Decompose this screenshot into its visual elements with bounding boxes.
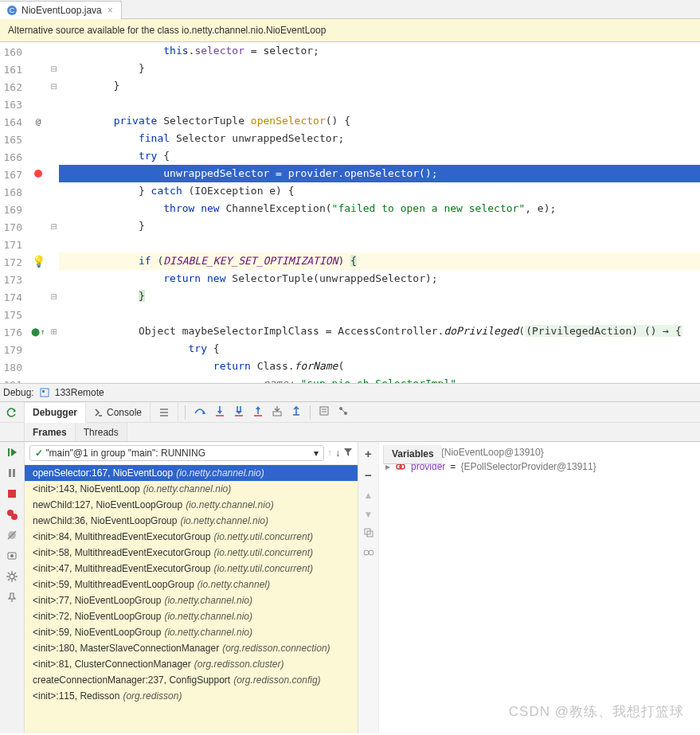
remove-watch-icon[interactable]: − [365,468,372,482]
fold-marker[interactable] [49,340,59,358]
editor-tab[interactable]: C NioEventLoop.java × [0,1,122,19]
code-line[interactable]: unwrappedSelector = provider.openSelecto… [59,165,700,182]
code-line[interactable]: return Class.forName( [59,358,700,375]
line-number[interactable]: 160 [2,44,22,61]
gutter-icon[interactable] [27,165,49,182]
settings-icon[interactable] [6,570,18,583]
code-line[interactable]: throw new ChannelException("failed to op… [59,200,700,217]
gutter-icon[interactable] [27,235,49,252]
run-icon[interactable]: ⬤↑ [31,327,45,336]
line-number[interactable]: 174 [2,289,22,307]
gutter-icon[interactable] [27,95,49,112]
thread-dump-icon[interactable] [151,402,178,422]
stack-frame[interactable]: <init>:143, NioEventLoop(io.netty.channe… [25,481,358,497]
gutter-icon[interactable] [27,42,49,60]
fold-marker[interactable] [49,182,59,200]
stack-frame[interactable]: <init>:59, NioEventLoopGroup(io.netty.ch… [25,624,358,640]
code-line[interactable]: } catch (IOException e) { [59,182,700,200]
fold-marker[interactable] [49,200,59,217]
fold-marker[interactable] [49,270,59,287]
get-thread-dump-icon[interactable] [6,549,18,562]
console-tab[interactable]: Console [86,402,151,422]
fold-marker[interactable]: ⊟ [49,217,59,235]
fold-marker[interactable] [49,95,59,112]
run-to-cursor-icon[interactable] [291,405,302,419]
variables-tab[interactable]: Variables [383,445,442,464]
stack-frame[interactable]: <init>:180, MasterSlaveConnectionManager… [25,640,358,656]
code-line[interactable] [59,305,700,323]
code-line[interactable]: } [59,287,700,305]
gutter-icon[interactable] [27,60,49,77]
next-frame-icon[interactable]: ↓ [335,448,340,459]
line-number[interactable]: 164 [2,114,22,131]
line-number[interactable]: 167 [2,166,22,184]
code-line[interactable] [59,95,700,112]
code-line[interactable]: Object maybeSelectorImplClass = AccessCo… [59,323,700,340]
duplicate-icon[interactable] [364,528,373,540]
code-area[interactable]: this.selector = selector; } } private Se… [59,42,700,383]
step-over-icon[interactable] [194,405,206,419]
stack-frame[interactable]: <init>:115, Redisson(org.redisson) [25,688,358,704]
alt-source-banner[interactable]: Alternative source available for the cla… [0,19,700,42]
code-line[interactable]: name: "sun.nio.ch.SelectorImpl", [59,375,700,383]
line-number[interactable]: 163 [2,96,22,114]
pin-icon[interactable] [6,591,18,604]
debugger-tab[interactable]: Debugger [25,403,86,423]
threads-tab[interactable]: Threads [76,423,127,441]
code-line[interactable]: if (DISABLE_KEY_SET_OPTIMIZATION) { [59,252,700,270]
rerun-button[interactable] [0,402,25,422]
code-line[interactable]: return new SelectorTuple(unwrappedSelect… [59,270,700,287]
view-breakpoints-icon[interactable] [6,508,18,521]
fold-marker[interactable]: ⊟ [49,287,59,305]
frames-tab[interactable]: Frames [25,423,76,441]
stack-frame[interactable]: <init>:47, MultithreadEventExecutorGroup… [25,561,358,577]
fold-marker[interactable] [49,165,59,182]
force-step-into-icon[interactable] [233,405,244,419]
code-line[interactable]: } [59,77,700,95]
stack-frame[interactable]: createConnectionManager:237, ConfigSuppo… [25,672,358,688]
line-number[interactable]: 169 [2,201,22,219]
gutter-icon[interactable]: 💡 [27,252,49,270]
fold-marker[interactable] [49,375,59,383]
prev-frame-icon[interactable]: ↑ [327,448,332,459]
code-line[interactable] [59,235,700,252]
line-number[interactable]: 165 [2,131,22,149]
code-line[interactable]: try { [59,147,700,165]
fold-marker[interactable]: ⊟ [49,60,59,77]
fold-marker[interactable] [49,112,59,130]
stack-frame[interactable]: <init>:81, ClusterConnectionManager(org.… [25,656,358,672]
gutter-icon[interactable] [27,130,49,147]
frames-list[interactable]: openSelector:167, NioEventLoop(io.netty.… [25,465,358,733]
resume-icon[interactable] [6,446,18,459]
thread-selector[interactable]: ✓ "main"@1 in group "main": RUNNING ▾ [29,445,324,461]
gutter-icon[interactable] [27,340,49,358]
stack-frame[interactable]: <init>:72, NioEventLoopGroup(io.netty.ch… [25,608,358,624]
fold-marker[interactable] [49,358,59,375]
drop-frame-icon[interactable] [272,405,283,419]
line-number[interactable]: 168 [2,184,22,201]
code-editor[interactable]: 1601611621631641651661671681691701711721… [0,42,700,383]
line-number[interactable]: 166 [2,149,22,166]
trace-icon[interactable] [338,405,349,419]
stack-frame[interactable]: newChild:36, NioEventLoopGroup(io.netty.… [25,513,358,529]
filter-icon[interactable] [343,448,353,459]
fold-marker[interactable] [49,147,59,165]
stop-icon[interactable] [6,487,18,500]
close-icon[interactable]: × [106,5,115,16]
line-number[interactable]: 171 [2,237,22,254]
stack-frame[interactable]: openSelector:167, NioEventLoop(io.netty.… [25,465,358,481]
fold-marker[interactable] [49,252,59,270]
line-number[interactable]: 172 [2,254,22,272]
step-out-icon[interactable] [252,405,264,419]
gutter-icon[interactable] [27,182,49,200]
debug-tool-window-header[interactable]: Debug: 133Remote [0,383,700,402]
line-number[interactable]: 175 [2,307,22,324]
fold-marker[interactable]: ⊟ [49,77,59,95]
fold-marker[interactable]: ⊞ [49,323,59,340]
stack-frame[interactable]: <init>:77, NioEventLoopGroup(io.netty.ch… [25,592,358,608]
gutter-icon[interactable] [27,375,49,383]
fold-marker[interactable] [49,42,59,60]
line-number[interactable]: 176 [2,324,22,342]
stack-frame[interactable]: <init>:58, MultithreadEventExecutorGroup… [25,545,358,561]
gutter-icon[interactable] [27,77,49,95]
